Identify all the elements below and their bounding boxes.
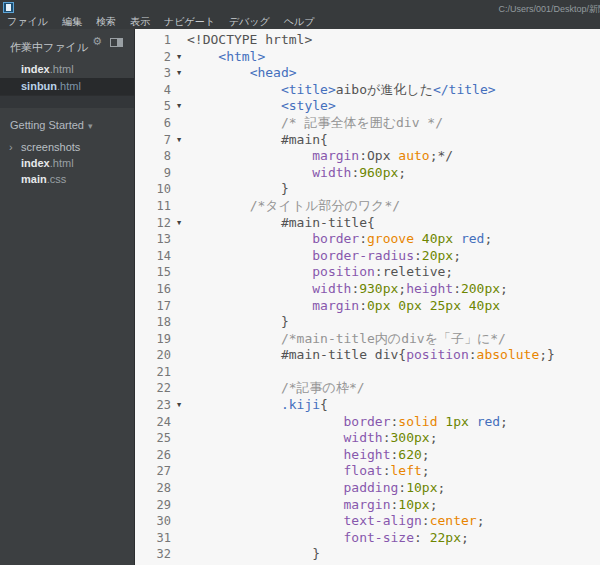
code-text: float:left; xyxy=(187,463,430,480)
code-editor[interactable]: 1<!DOCTYPE hrtml>2▼ <html>3▼ <head>4 <ti… xyxy=(134,29,600,565)
code-text: margin:Opx auto;*/ xyxy=(187,148,453,165)
gear-icon[interactable]: ⚙ xyxy=(92,36,102,47)
file-base: main xyxy=(21,173,47,185)
fold-gutter xyxy=(171,430,187,447)
code-text: } xyxy=(187,314,289,331)
code-line[interactable]: 4 <title>aiboが進化した</title> xyxy=(135,82,600,99)
code-line[interactable]: 16 width:930px;height:200px; xyxy=(135,281,600,298)
fold-arrow-icon[interactable]: ▼ xyxy=(171,397,187,414)
chevron-right-icon: › xyxy=(9,139,13,155)
project-tree: ›screenshotsindex.htmlmain.css xyxy=(0,139,134,187)
tree-file-item[interactable]: main.css xyxy=(0,171,134,187)
code-text: /*タイトル部分のワク*/ xyxy=(187,198,400,215)
line-number: 27 xyxy=(135,463,171,480)
code-text: <!DOCTYPE hrtml> xyxy=(187,32,312,49)
code-line[interactable]: 12▼ #main-title{ xyxy=(135,215,600,232)
menu-item[interactable]: 編集 xyxy=(62,15,82,29)
line-number: 14 xyxy=(135,248,171,265)
code-line[interactable]: 20 #main-title div{position:absolute;} xyxy=(135,347,600,364)
code-text: <title>aiboが進化した</title> xyxy=(187,82,496,99)
menu-item[interactable]: ファイル xyxy=(7,15,48,29)
file-ext: .html xyxy=(57,80,81,92)
split-view-icon[interactable] xyxy=(110,38,123,47)
fold-arrow-icon[interactable]: ▼ xyxy=(171,215,187,232)
title-bar: C:/Users/001/Desktop/新聞 xyxy=(0,0,600,14)
code-line[interactable]: 17 margin:0px 0px 25px 40px xyxy=(135,298,600,315)
code-line[interactable]: 6 /* 記事全体を囲むdiv */ xyxy=(135,115,600,132)
code-line[interactable]: 11 /*タイトル部分のワク*/ xyxy=(135,198,600,215)
file-base: index xyxy=(21,157,50,169)
menu-item[interactable]: デバッグ xyxy=(229,15,270,29)
menu-item[interactable]: 検索 xyxy=(96,15,116,29)
file-path: C:/Users/001/Desktop/新聞 xyxy=(498,3,600,16)
code-line[interactable]: 23▼ .kiji{ xyxy=(135,397,600,414)
code-line[interactable]: 31 font-size: 22px; xyxy=(135,530,600,547)
sidebar-divider xyxy=(0,95,134,108)
fold-gutter xyxy=(171,148,187,165)
code-line[interactable]: 26 height:620; xyxy=(135,447,600,464)
code-text: border:groove 40px red; xyxy=(187,231,492,248)
code-line[interactable]: 27 float:left; xyxy=(135,463,600,480)
line-number: 11 xyxy=(135,198,171,215)
fold-arrow-icon[interactable]: ▼ xyxy=(171,49,187,66)
tree-file-item[interactable]: index.html xyxy=(0,155,134,171)
folder-label: screenshots xyxy=(21,141,80,153)
line-number: 28 xyxy=(135,480,171,497)
code-line[interactable]: 13 border:groove 40px red; xyxy=(135,231,600,248)
code-text: margin:0px 0px 25px 40px xyxy=(187,298,500,315)
code-text: <html> xyxy=(187,49,265,66)
fold-gutter xyxy=(171,298,187,315)
working-files-list: index.htmlsinbun.html xyxy=(0,61,134,95)
line-number: 29 xyxy=(135,497,171,514)
code-text: .kiji{ xyxy=(187,397,328,414)
code-line[interactable]: 1<!DOCTYPE hrtml> xyxy=(135,32,600,49)
code-line[interactable]: 9 width:960px; xyxy=(135,165,600,182)
fold-gutter xyxy=(171,530,187,547)
file-ext: .html xyxy=(50,63,74,75)
code-line[interactable]: 30 text-align:center; xyxy=(135,513,600,530)
code-line[interactable]: 22 /*記事の枠*/ xyxy=(135,380,600,397)
line-number: 26 xyxy=(135,447,171,464)
code-line[interactable]: 25 width:300px; xyxy=(135,430,600,447)
code-text: /*main-title内のdivを「子」に*/ xyxy=(187,331,506,348)
code-text: border:solid 1px red; xyxy=(187,414,508,431)
line-number: 3 xyxy=(135,65,171,82)
code-line[interactable]: 19 /*main-title内のdivを「子」に*/ xyxy=(135,331,600,348)
line-number: 22 xyxy=(135,380,171,397)
line-number: 31 xyxy=(135,530,171,547)
code-line[interactable]: 2▼ <html> xyxy=(135,49,600,66)
fold-arrow-icon[interactable]: ▼ xyxy=(171,65,187,82)
code-line[interactable]: 8 margin:Opx auto;*/ xyxy=(135,148,600,165)
code-line[interactable]: 7▼ #main{ xyxy=(135,132,600,149)
tree-folder-item[interactable]: ›screenshots xyxy=(0,139,134,155)
code-line[interactable]: 15 position:reletive; xyxy=(135,264,600,281)
menu-item[interactable]: 表示 xyxy=(130,15,150,29)
project-dropdown[interactable]: Getting Started▾ xyxy=(0,108,134,139)
line-number: 25 xyxy=(135,430,171,447)
line-number: 30 xyxy=(135,513,171,530)
working-file-item[interactable]: sinbun.html xyxy=(0,78,134,95)
code-line[interactable]: 24 border:solid 1px red; xyxy=(135,414,600,431)
code-line[interactable]: 28 padding:10px; xyxy=(135,480,600,497)
code-text: } xyxy=(187,181,289,198)
brackets-app-icon[interactable] xyxy=(3,2,14,13)
code-text: #main-title div{position:absolute;} xyxy=(187,347,555,364)
code-line[interactable]: 3▼ <head> xyxy=(135,65,600,82)
fold-arrow-icon[interactable]: ▼ xyxy=(171,98,187,115)
line-number: 8 xyxy=(135,148,171,165)
code-line[interactable]: 5▼ <style> xyxy=(135,98,600,115)
code-line[interactable]: 18 } xyxy=(135,314,600,331)
menu-item[interactable]: ヘルプ xyxy=(284,15,315,29)
fold-gutter xyxy=(171,331,187,348)
fold-arrow-icon[interactable]: ▼ xyxy=(171,132,187,149)
code-line[interactable]: 29 margin:10px; xyxy=(135,497,600,514)
menu-item[interactable]: ナビゲート xyxy=(164,15,215,29)
working-file-item[interactable]: index.html xyxy=(0,61,134,78)
code-line[interactable]: 21 xyxy=(135,364,600,381)
code-line[interactable]: 32 } xyxy=(135,546,600,563)
code-line[interactable]: 10 } xyxy=(135,181,600,198)
code-line[interactable]: 14 border-radius:20px; xyxy=(135,248,600,265)
code-text: width:930px;height:200px; xyxy=(187,281,508,298)
fold-gutter xyxy=(171,380,187,397)
line-number: 9 xyxy=(135,165,171,182)
